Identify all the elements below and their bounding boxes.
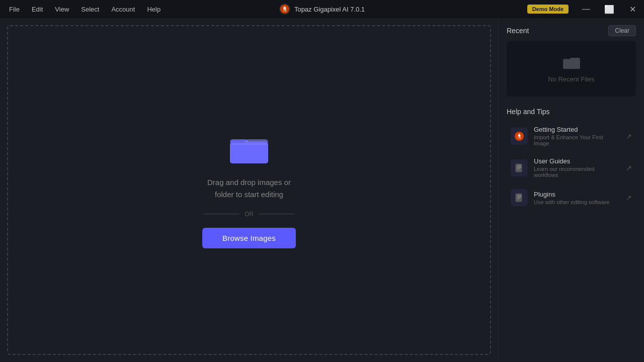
plugins-icon [511,189,528,206]
getting-started-sub: Import & Enhance Your First Image [534,134,620,146]
maximize-button[interactable]: ⬜ [598,0,621,18]
or-divider: OR [204,211,294,218]
external-link-icon-user-guides: ↗ [626,164,632,172]
plugins-sub: Use with other editing software [534,199,620,205]
main-layout: Drag and drop images or folder to start … [0,18,644,362]
minimize-button[interactable]: — [575,0,598,18]
drop-zone[interactable]: Drag and drop images or folder to start … [7,25,491,355]
topaz-logo-icon [279,4,290,15]
svg-rect-9 [563,60,580,69]
svg-rect-18 [516,194,522,202]
sidebar: Recent Clear No Recent Files Help and Ti… [498,18,644,362]
menu-edit[interactable]: Edit [27,4,48,15]
menu-account[interactable]: Account [106,4,140,15]
help-item-getting-started[interactable]: Getting Started Import & Enhance Your Fi… [503,121,640,151]
help-item-plugins[interactable]: Plugins Use with other editing software … [503,184,640,211]
recent-title: Recent [507,27,529,35]
folder-icon [229,132,269,166]
demo-mode-badge: Demo Mode [527,5,569,14]
close-button[interactable]: ✕ [621,0,644,18]
plugins-title: Plugins [534,191,620,198]
recent-section-header: Recent Clear [499,25,644,41]
help-item-user-guides[interactable]: User Guides Learn our recommended workfl… [503,152,640,183]
getting-started-title: Getting Started [534,126,620,133]
window-controls: Demo Mode — ⬜ ✕ [527,0,644,18]
app-name-label: Topaz Gigapixel AI 7.0.1 [294,6,365,13]
no-recent-label: No Recent Files [548,75,594,83]
no-files-icon [562,55,581,71]
clear-recent-button[interactable]: Clear [608,25,636,36]
user-guides-title: User Guides [534,157,620,165]
menu-bar: File Edit View Select Account Help [0,0,170,18]
menu-file[interactable]: File [4,4,25,15]
drop-zone-text: Drag and drop images or folder to start … [207,176,291,201]
external-link-icon-plugins: ↗ [626,194,632,202]
title-bar: File Edit View Select Account Help Topaz… [0,0,644,18]
external-link-icon-getting-started: ↗ [626,132,632,140]
app-title: Topaz Gigapixel AI 7.0.1 [279,4,365,15]
svg-rect-14 [516,164,522,172]
menu-select[interactable]: Select [76,4,104,15]
browse-images-button[interactable]: Browse Images [202,228,296,248]
user-guides-icon [511,159,528,176]
getting-started-icon [511,128,528,145]
svg-rect-7 [231,143,267,145]
user-guides-sub: Learn our recommended workflows [534,166,620,178]
svg-rect-6 [230,142,268,163]
menu-help[interactable]: Help [142,4,166,15]
menu-view[interactable]: View [50,4,74,15]
help-tips-title: Help and Tips [499,105,644,121]
recent-panel: No Recent Files [507,41,636,97]
